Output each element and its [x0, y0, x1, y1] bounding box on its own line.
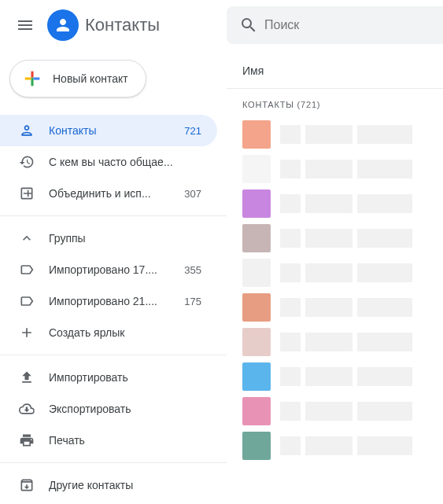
contact-name-redacted — [280, 194, 412, 213]
sidebar-item-label: Объединить и исп... — [49, 187, 184, 200]
contact-name-redacted — [280, 402, 412, 421]
sidebar-item-label: Контакты — [49, 124, 184, 137]
archive-icon — [19, 477, 35, 493]
chevron-up-icon — [19, 230, 35, 246]
divider — [0, 462, 227, 463]
avatar — [242, 328, 271, 356]
sidebar-item-label: Печать — [49, 434, 201, 447]
sidebar-item-frequent[interactable]: С кем вы часто общае... — [0, 146, 217, 178]
avatar — [242, 397, 271, 425]
cloud-download-icon — [19, 401, 35, 417]
search-input[interactable] — [264, 18, 437, 32]
search-bar[interactable] — [227, 6, 443, 44]
contact-name-redacted — [280, 125, 412, 144]
sidebar-item-create-label[interactable]: Создать ярлык — [0, 317, 217, 348]
contact-name-redacted — [280, 263, 412, 282]
main-menu-button[interactable] — [6, 6, 44, 44]
avatar — [242, 362, 271, 391]
print-icon — [19, 432, 35, 448]
sidebar-item-groups[interactable]: Группы — [0, 223, 217, 254]
app-header: Контакты — [0, 0, 227, 50]
sidebar-item-count: 721 — [184, 125, 201, 137]
avatar — [242, 259, 271, 287]
sidebar-item-label: С кем вы часто общае... — [49, 156, 201, 168]
create-contact-label: Новый контакт — [53, 72, 128, 85]
contact-name-redacted — [280, 333, 412, 351]
sidebar-item-label: Импортировать — [49, 371, 201, 384]
contact-row[interactable] — [227, 394, 443, 429]
sidebar-item-export[interactable]: Экспортировать — [0, 393, 217, 425]
label-icon — [19, 293, 35, 309]
sidebar-item-print[interactable]: Печать — [0, 425, 217, 456]
app-title: Контакты — [85, 15, 160, 35]
search-icon — [239, 16, 258, 35]
avatar — [242, 224, 271, 252]
contact-row[interactable] — [227, 429, 443, 463]
sidebar-nav: Контакты 721 С кем вы часто общае... Объ… — [0, 112, 227, 501]
person-icon — [54, 16, 72, 35]
sidebar-item-label: Другие контакты — [49, 479, 201, 491]
contacts-section-label: КОНТАКТЫ (721) — [227, 89, 443, 117]
contact-name-redacted — [280, 298, 412, 317]
avatar — [242, 155, 271, 183]
contact-name-redacted — [280, 367, 412, 386]
upload-icon — [19, 370, 35, 385]
contact-row[interactable] — [227, 325, 443, 359]
sidebar-item-count: 355 — [184, 264, 201, 276]
hamburger-icon — [16, 16, 35, 35]
sidebar-item-import[interactable]: Импортировать — [0, 362, 217, 393]
history-icon — [19, 154, 35, 170]
contact-row[interactable] — [227, 290, 443, 325]
sidebar-item-contacts[interactable]: Контакты 721 — [0, 115, 217, 146]
contact-name-redacted — [280, 160, 412, 178]
sidebar-item-label: Импортировано 21.... — [49, 295, 184, 307]
contact-list — [227, 117, 443, 463]
sidebar-item-count: 307 — [184, 188, 201, 200]
avatar — [242, 432, 271, 460]
merge-fix-icon — [19, 186, 35, 201]
sidebar-item-count: 175 — [184, 296, 201, 307]
sidebar-item-label: Группы — [49, 232, 201, 245]
sidebar-item-label: Создать ярлык — [49, 326, 201, 339]
person-outline-icon — [19, 123, 35, 138]
contact-row[interactable] — [227, 117, 443, 152]
plus-multicolor-icon — [21, 68, 43, 90]
contact-row[interactable] — [227, 359, 443, 394]
avatar — [242, 120, 271, 149]
contact-name-redacted — [280, 229, 412, 248]
avatar — [242, 293, 271, 322]
contact-name-redacted — [280, 436, 412, 455]
sidebar-item-label: Экспортировать — [49, 403, 201, 415]
plus-icon — [19, 325, 35, 340]
sidebar-item-other[interactable]: Другие контакты — [0, 469, 217, 501]
divider — [0, 355, 227, 355]
sidebar-item-label-import1[interactable]: Импортировано 17.... 355 — [0, 254, 217, 285]
app-logo — [47, 9, 79, 41]
contact-row[interactable] — [227, 256, 443, 290]
contact-row[interactable] — [227, 221, 443, 256]
sidebar-item-merge[interactable]: Объединить и исп... 307 — [0, 178, 217, 209]
create-contact-button[interactable]: Новый контакт — [9, 60, 146, 97]
contact-row[interactable] — [227, 186, 443, 221]
sidebar-item-label: Импортировано 17.... — [49, 263, 184, 276]
sidebar-item-label-import2[interactable]: Импортировано 21.... 175 — [0, 285, 217, 317]
column-header-name: Имя — [227, 50, 443, 89]
label-icon — [19, 262, 35, 278]
avatar — [242, 189, 271, 218]
contact-row[interactable] — [227, 152, 443, 186]
divider — [0, 215, 227, 216]
